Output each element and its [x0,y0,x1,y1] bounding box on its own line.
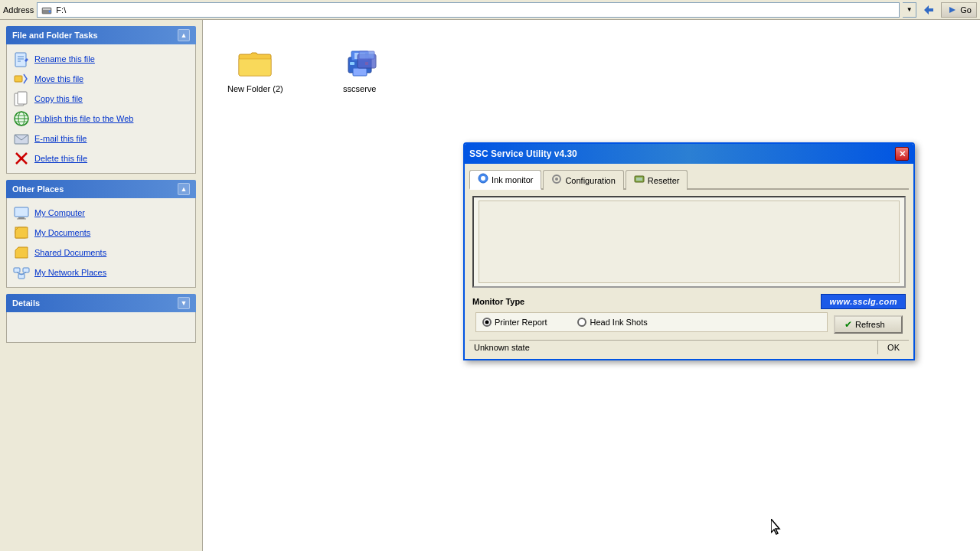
mouse-cursor [771,519,782,537]
dialog-body: Ink monitor Configuration [465,164,913,359]
svg-rect-26 [14,268,20,272]
svg-rect-44 [636,178,642,181]
details-title: Details [12,298,40,308]
details-collapse-btn[interactable]: ▼ [178,297,190,309]
go-button[interactable]: Go [941,2,977,18]
other-places-section: Other Places ▲ My Computer [6,180,196,288]
tab-resetter[interactable]: Resetter [626,170,688,190]
printer-report-label: Printer Report [495,318,547,327]
svg-rect-38 [359,51,374,59]
email-icon [13,130,30,147]
file-tasks-section: File and Folder Tasks ▲ [6,26,196,174]
radio-printer-report[interactable]: Printer Report [482,318,547,327]
copy-label: Copy this file [34,94,83,103]
go-label: Go [960,5,972,15]
details-body [6,312,196,343]
ssc-dialog: SSC Service Utility v4.30 ✕ [463,142,915,360]
address-bar: Address F:\ ▼ Go [0,0,980,20]
task-rename[interactable]: Rename this file [10,49,192,69]
folder-item-new-folder-2[interactable]: New Folder (2) [227,44,283,93]
place-shareddocs[interactable]: Shared Documents [10,243,192,262]
svg-rect-5 [15,53,26,67]
svg-rect-21 [15,207,28,217]
task-delete[interactable]: Delete this file [10,148,192,168]
place-network[interactable]: My Network Places [10,262,192,282]
file-tasks-title: File and Folder Tasks [12,31,98,40]
other-places-title: Other Places [12,184,64,194]
dialog-status-bar: Unknown state OK [469,340,909,354]
program-item-sscserve[interactable]: sscserve [341,44,378,93]
dialog-titlebar: SSC Service Utility v4.30 ✕ [465,144,913,164]
website-button[interactable]: www.ssclg.com [821,294,906,309]
controls-row: Printer Report Head Ink Shots ✔ Refresh [469,312,909,337]
program-label: sscserve [343,84,376,93]
address-dropdown-btn[interactable]: ▼ [903,2,916,18]
refresh-icon: ✔ [844,319,852,330]
configuration-tab-icon [551,174,562,187]
address-input-wrap[interactable]: F:\ [37,2,900,18]
radio-options-area: Printer Report Head Ink Shots [475,312,828,332]
mycomputer-label: My Computer [34,208,85,217]
task-copy[interactable]: Copy this file [10,89,192,109]
svg-rect-1 [43,8,51,10]
dialog-close-button[interactable]: ✕ [895,147,909,161]
tab-resetter-label: Resetter [648,176,680,185]
monitor-inner [479,201,900,283]
program-icon-img [341,44,378,81]
svg-marker-4 [949,7,956,13]
chevron-down-icon: ▼ [906,6,913,13]
expand-icon: ▼ [181,299,188,307]
dialog-tab-bar: Ink monitor Configuration [469,168,909,190]
svg-point-2 [49,10,51,12]
file-tasks-collapse-btn[interactable]: ▲ [178,29,190,41]
status-right: OK [878,341,909,354]
collapse-icon-2: ▲ [181,185,188,193]
mydocs-icon [13,224,30,241]
back-button[interactable] [920,2,938,18]
rename-label: Rename this file [34,54,95,64]
network-icon [13,264,30,281]
svg-rect-34 [350,62,354,65]
monitor-display-area [472,196,906,288]
dialog-title: SSC Service Utility v4.30 [469,148,577,159]
collapse-icon: ▲ [181,31,188,39]
address-label: Address [3,5,34,15]
rename-icon [13,51,30,67]
other-places-collapse-btn[interactable]: ▲ [178,183,190,195]
tab-inkmonitor[interactable]: Ink monitor [469,170,541,190]
radio-head-ink-shots-btn[interactable] [577,318,586,327]
radio-head-ink-shots[interactable]: Head Ink Shots [577,318,647,327]
file-tasks-header: File and Folder Tasks ▲ [6,26,196,44]
refresh-button[interactable]: ✔ Refresh [834,315,903,334]
task-publish[interactable]: Publish this file to the Web [10,109,192,129]
folder-label: New Folder (2) [227,84,283,93]
svg-point-40 [481,176,485,181]
tab-configuration[interactable]: Configuration [543,170,623,190]
folder-icon-img [237,44,273,81]
monitor-type-label: Monitor Type [472,297,821,306]
publish-label: Publish this file to the Web [34,114,133,123]
tab-configuration-label: Configuration [565,176,615,185]
move-label: Move this file [34,74,83,83]
mycomputer-icon [13,204,30,221]
task-move[interactable]: Move this file [10,69,192,89]
svg-rect-33 [353,68,367,76]
publish-icon [13,110,30,127]
network-label: My Network Places [34,268,106,277]
status-left: Unknown state [469,341,878,354]
address-path: F:\ [56,5,66,15]
place-mycomputer[interactable]: My Computer [10,203,192,223]
monitor-type-row: Monitor Type www.ssclg.com [472,294,906,309]
copy-icon [13,90,30,107]
radio-printer-report-btn[interactable] [482,318,492,327]
mydocs-label: My Documents [34,228,90,237]
svg-marker-3 [924,5,933,15]
left-panel: File and Folder Tasks ▲ [0,20,203,551]
file-list: New Folder (2) [215,32,968,99]
task-email[interactable]: E-mail this file [10,129,192,148]
place-mydocs[interactable]: My Documents [10,223,192,243]
shareddocs-icon [13,244,30,261]
main-area: New Folder (2) [203,20,980,551]
tab-inkmonitor-label: Ink monitor [492,175,533,184]
refresh-label: Refresh [855,320,885,329]
